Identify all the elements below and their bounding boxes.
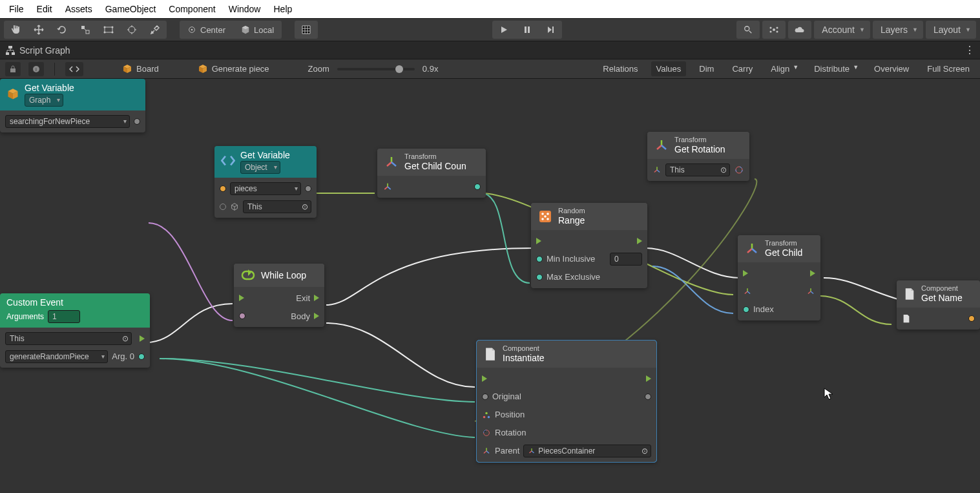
custom-tool[interactable] (143, 21, 167, 39)
pivot-center-toggle[interactable]: Center (180, 21, 233, 39)
graph-toolbar: i Board Generate piece Zoom 0.9x Relatio… (0, 59, 980, 79)
menu-file[interactable]: File (3, 1, 30, 17)
result-port[interactable] (645, 393, 651, 400)
play-button[interactable] (492, 21, 516, 39)
output-port[interactable] (968, 315, 975, 322)
exit-port[interactable] (314, 295, 319, 301)
node-custom-event[interactable]: Custom Event Arguments 1 This⊙ generateR… (0, 293, 150, 368)
node-get-name[interactable]: Component Get Name (897, 280, 980, 330)
flow-in-port[interactable] (239, 295, 244, 301)
rect-tool[interactable] (97, 21, 120, 39)
tab-menu-icon[interactable]: ⋮ (964, 44, 975, 56)
flow-out-port[interactable] (646, 375, 651, 382)
step-button[interactable] (539, 21, 562, 39)
layout-dropdown[interactable]: Layout (926, 21, 976, 39)
opt-align[interactable]: Align▼ (766, 61, 801, 76)
scope-field[interactable]: Object (240, 161, 280, 174)
flow-out-port[interactable] (637, 238, 642, 244)
document-port-icon (902, 314, 911, 323)
search-button[interactable] (736, 21, 760, 39)
max-port[interactable] (536, 274, 543, 280)
original-port[interactable] (482, 393, 488, 400)
breadcrumb-board-label: Board (136, 64, 159, 74)
output-port[interactable] (134, 118, 140, 125)
move-tool[interactable] (27, 21, 50, 39)
layers-dropdown[interactable]: Layers (873, 21, 923, 39)
menu-assets[interactable]: Assets (59, 1, 99, 17)
opt-fullscreen[interactable]: Full Screen (922, 61, 975, 76)
svg-point-31 (547, 218, 549, 220)
variable-field[interactable]: searchingForNewPiece (5, 115, 130, 128)
account-dropdown[interactable]: Account (814, 21, 870, 39)
flow-out-port[interactable] (810, 270, 815, 277)
node-get-child[interactable]: Transform Get Child Index (738, 235, 820, 320)
tab-script-graph[interactable]: Script Graph (5, 45, 70, 56)
flow-out-port[interactable] (140, 335, 145, 342)
svg-point-3 (104, 26, 106, 28)
transform-tool[interactable] (120, 21, 143, 39)
menu-component[interactable]: Component (162, 1, 222, 17)
cloud-icon[interactable] (788, 21, 811, 39)
pause-button[interactable] (516, 21, 539, 39)
input-port[interactable] (220, 185, 226, 192)
zoom-slider[interactable] (337, 68, 415, 70)
min-value[interactable]: 0 (610, 253, 642, 266)
output-port[interactable] (305, 185, 311, 192)
breadcrumb-generate-label: Generate piece (212, 64, 269, 74)
scale-tool[interactable] (74, 21, 97, 39)
opt-dim[interactable]: Dim (694, 61, 719, 76)
output-port[interactable] (474, 184, 481, 190)
target-field[interactable]: This⊙ (5, 332, 132, 345)
node-get-variable-graph[interactable]: Get Variable Graph searchingForNewPiece (0, 79, 145, 132)
snap-toggle[interactable] (295, 21, 318, 39)
rotate-tool[interactable] (50, 21, 74, 39)
opt-distribute[interactable]: Distribute▼ (809, 61, 861, 76)
flow-in-port[interactable] (482, 375, 487, 382)
node-get-child-count[interactable]: Transform Get Child Coun (377, 149, 486, 198)
menu-edit[interactable]: Edit (30, 1, 59, 17)
svg-rect-11 (528, 26, 530, 33)
node-instantiate[interactable]: Component Instantiate Original Position … (477, 341, 656, 462)
parent-field[interactable]: PiecesContainer ⊙ (523, 445, 651, 457)
node-while-loop[interactable]: While Loop Exit Body (234, 264, 324, 327)
event-field[interactable]: generateRandomPiece (5, 350, 108, 363)
opt-relations[interactable]: Relations (598, 61, 643, 76)
menu-window[interactable]: Window (222, 1, 267, 17)
flow-in-port[interactable] (743, 270, 748, 277)
body-port[interactable] (314, 313, 319, 319)
zoom-handle[interactable] (395, 65, 403, 73)
hand-tool[interactable] (4, 21, 27, 39)
condition-port[interactable] (239, 313, 245, 319)
min-port[interactable] (536, 256, 543, 262)
args-value[interactable]: 1 (48, 310, 80, 323)
node-title: While Loop (261, 270, 306, 280)
opt-values[interactable]: Values (651, 61, 687, 76)
opt-carry[interactable]: Carry (727, 61, 758, 76)
breadcrumb-board[interactable]: Board (122, 64, 159, 74)
info-icon[interactable]: i (28, 62, 44, 76)
node-get-rotation[interactable]: Transform Get Rotation This⊙ (647, 132, 749, 181)
target-port[interactable] (220, 204, 226, 210)
flow-in-port[interactable] (536, 238, 541, 244)
variable-field[interactable]: pieces (230, 182, 301, 195)
menu-gameobject[interactable]: GameObject (99, 1, 163, 17)
target-field[interactable]: This⊙ (243, 200, 311, 213)
graph-canvas[interactable]: Get Variable Graph searchingForNewPiece … (0, 79, 980, 493)
transform-port-icon (743, 287, 752, 296)
code-icon[interactable] (65, 62, 83, 76)
lock-icon[interactable] (5, 62, 21, 76)
opt-overview[interactable]: Overview (869, 61, 914, 76)
scope-field[interactable]: Graph (25, 94, 63, 107)
node-get-variable-object[interactable]: Get Variable Object pieces This⊙ (214, 146, 317, 218)
collab-icon[interactable] (762, 21, 786, 39)
menu-help[interactable]: Help (267, 1, 298, 17)
arg0-port[interactable] (138, 353, 145, 360)
breadcrumb-generate-piece[interactable]: Generate piece (198, 64, 269, 74)
space-local-toggle[interactable]: Local (233, 21, 282, 39)
svg-point-17 (770, 31, 772, 33)
index-port[interactable] (743, 306, 749, 313)
node-random-range[interactable]: Random Range Min Inclusive 0 Max Exclusi… (531, 203, 647, 288)
target-field[interactable]: This⊙ (665, 163, 730, 176)
svg-rect-1 (86, 30, 89, 34)
max-label: Max Exclusive (547, 272, 600, 282)
